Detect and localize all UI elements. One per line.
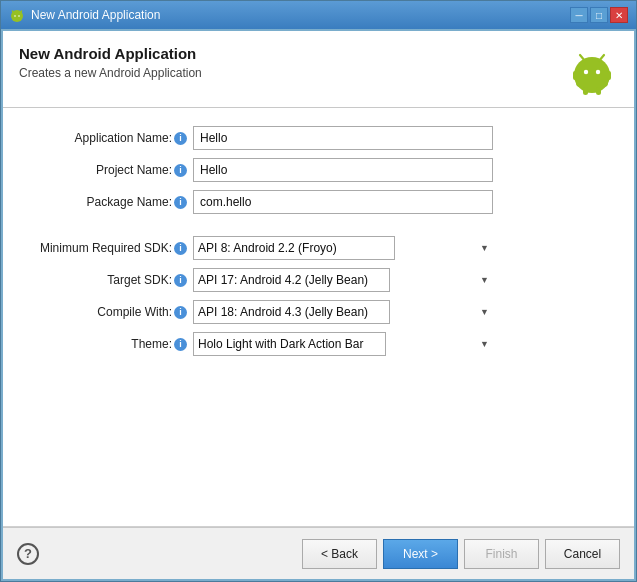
page-header: New Android Application Creates a new An… — [3, 31, 634, 108]
footer-left: ? — [17, 543, 39, 565]
main-window: New Android Application ─ □ ✕ New Androi… — [0, 0, 637, 582]
application-name-input[interactable] — [193, 126, 493, 150]
application-name-row: Application Name: i — [23, 126, 614, 150]
svg-rect-1 — [12, 14, 22, 20]
compile-with-info-icon[interactable]: i — [174, 306, 187, 319]
project-name-input[interactable] — [193, 158, 493, 182]
compile-with-label: Compile With: i — [23, 305, 193, 319]
svg-rect-8 — [573, 71, 577, 80]
svg-point-5 — [18, 15, 20, 17]
help-icon[interactable]: ? — [17, 543, 39, 565]
project-name-label: Project Name: i — [23, 163, 193, 177]
maximize-button[interactable]: □ — [590, 7, 608, 23]
minimum-sdk-row: Minimum Required SDK: i API 8: Android 2… — [23, 236, 614, 260]
package-name-info-icon[interactable]: i — [174, 196, 187, 209]
theme-row: Theme: i Holo Light with Dark Action Bar… — [23, 332, 614, 356]
svg-point-4 — [14, 15, 16, 17]
svg-rect-7 — [576, 69, 608, 87]
target-sdk-row: Target SDK: i API 8: Android 2.2 (Froyo)… — [23, 268, 614, 292]
title-bar: New Android Application ─ □ ✕ — [1, 1, 636, 29]
title-bar-controls: ─ □ ✕ — [570, 7, 628, 23]
theme-select-wrapper: Holo Light with Dark Action Bar Holo Dar… — [193, 332, 493, 356]
footer-buttons: < Back Next > Finish Cancel — [302, 539, 620, 569]
theme-info-icon[interactable]: i — [174, 338, 187, 351]
form-area: Application Name: i Project Name: i Pack… — [3, 108, 634, 374]
package-name-label: Package Name: i — [23, 195, 193, 209]
svg-rect-9 — [607, 71, 611, 80]
svg-point-10 — [584, 70, 588, 74]
project-name-info-icon[interactable]: i — [174, 164, 187, 177]
package-name-row: Package Name: i — [23, 190, 614, 214]
svg-rect-15 — [596, 87, 601, 95]
application-name-label: Application Name: i — [23, 131, 193, 145]
close-button[interactable]: ✕ — [610, 7, 628, 23]
theme-label: Theme: i — [23, 337, 193, 351]
minimum-sdk-label: Minimum Required SDK: i — [23, 241, 193, 255]
compile-with-select-wrapper: API 17: Android 4.2 (Jelly Bean) API 18:… — [193, 300, 493, 324]
project-name-row: Project Name: i — [23, 158, 614, 182]
title-bar-title: New Android Application — [31, 8, 160, 22]
minimum-sdk-info-icon[interactable]: i — [174, 242, 187, 255]
compile-with-select[interactable]: API 17: Android 4.2 (Jelly Bean) API 18:… — [193, 300, 390, 324]
target-sdk-info-icon[interactable]: i — [174, 274, 187, 287]
footer: ? < Back Next > Finish Cancel — [3, 527, 634, 579]
application-name-info-icon[interactable]: i — [174, 132, 187, 145]
target-sdk-label: Target SDK: i — [23, 273, 193, 287]
target-sdk-select-wrapper: API 8: Android 2.2 (Froyo) API 17: Andro… — [193, 268, 493, 292]
cancel-button[interactable]: Cancel — [545, 539, 620, 569]
finish-button[interactable]: Finish — [464, 539, 539, 569]
content-area: New Android Application Creates a new An… — [1, 29, 636, 581]
svg-point-11 — [596, 70, 600, 74]
back-button[interactable]: < Back — [302, 539, 377, 569]
title-bar-left: New Android Application — [9, 7, 160, 23]
compile-with-row: Compile With: i API 17: Android 4.2 (Jel… — [23, 300, 614, 324]
page-subtitle: Creates a new Android Application — [19, 66, 202, 80]
minimum-sdk-select-wrapper: API 8: Android 2.2 (Froyo) API 9: Androi… — [193, 236, 493, 260]
minimize-button[interactable]: ─ — [570, 7, 588, 23]
svg-rect-14 — [583, 87, 588, 95]
empty-area — [3, 374, 634, 526]
target-sdk-select[interactable]: API 8: Android 2.2 (Froyo) API 17: Andro… — [193, 268, 390, 292]
page-header-text: New Android Application Creates a new An… — [19, 45, 202, 80]
theme-select[interactable]: Holo Light with Dark Action Bar Holo Dar… — [193, 332, 386, 356]
android-logo — [566, 45, 618, 97]
package-name-input[interactable] — [193, 190, 493, 214]
window-icon — [9, 7, 25, 23]
page-title: New Android Application — [19, 45, 202, 62]
next-button[interactable]: Next > — [383, 539, 458, 569]
minimum-sdk-select[interactable]: API 8: Android 2.2 (Froyo) API 9: Androi… — [193, 236, 395, 260]
